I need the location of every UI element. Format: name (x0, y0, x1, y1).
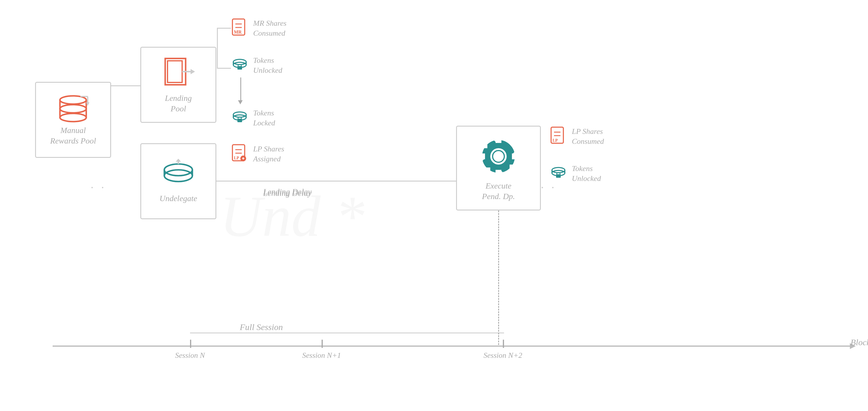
lending-to-events-h (217, 68, 231, 69)
lp-shares-assigned-icon: LP (231, 143, 248, 165)
svg-point-2 (60, 114, 86, 122)
svg-rect-28 (485, 167, 490, 174)
tokens-unlocked-top-icon (231, 57, 248, 74)
svg-rect-30 (481, 143, 487, 148)
dots-left: · · (91, 181, 106, 194)
token-ring-icon-1 (231, 57, 248, 73)
lending-pool-label: LendingPool (165, 93, 192, 114)
event-arrow-down (240, 77, 241, 101)
lending-pool-icon (159, 56, 197, 91)
manual-to-lending-connector (111, 85, 140, 86)
session-n-label: Session N (175, 351, 205, 360)
lending-pool-box: LendingPool (140, 47, 216, 123)
timeline-axis: Blocks (53, 346, 850, 347)
full-session-label: Full Session (240, 322, 283, 332)
event-tokens-locked-label: TokensLocked (253, 108, 275, 128)
execute-label: ExecutePend. Dp. (482, 181, 515, 202)
svg-marker-11 (191, 69, 195, 74)
manual-pool-box: ManualRewards Pool (35, 82, 111, 158)
session-n2-marker (503, 340, 504, 348)
event-tokens-unlocked-right-label: TokensUnlocked (572, 164, 601, 184)
svg-rect-61 (556, 174, 561, 178)
event-tokens-unlocked-right: TokensUnlocked (550, 164, 601, 184)
svg-text:LP: LP (553, 138, 558, 143)
session-n1-marker (321, 340, 323, 348)
tokens-unlocked-right-icon (550, 165, 567, 182)
lending-to-events-v (217, 28, 218, 69)
token-ring-icon-2 (231, 109, 248, 125)
execute-box: ExecutePend. Dp. (456, 126, 541, 211)
manual-pool-icon (56, 94, 91, 123)
lp-doc-icon: LP (231, 143, 248, 164)
session-n-marker (190, 340, 191, 348)
svg-rect-45 (238, 119, 242, 122)
tokens-locked-icon (231, 109, 248, 127)
manual-pool-label: ManualRewards Pool (50, 125, 96, 147)
to-mr-shares-h (217, 28, 231, 29)
svg-rect-26 (509, 165, 516, 170)
full-session-brace (190, 333, 504, 334)
event-tokens-unlocked-top-label: TokensUnlocked (253, 56, 282, 75)
lp-shares-consumed-icon: LP (550, 126, 567, 147)
svg-rect-40 (238, 66, 242, 70)
execute-icon (475, 134, 522, 178)
svg-text:MR: MR (234, 30, 242, 34)
event-mr-shares-label: MR SharesConsumed (253, 19, 286, 38)
undelegate-box: Undelegate (140, 143, 216, 219)
event-lp-shares-consumed-label: LP SharesConsumed (572, 127, 604, 147)
mr-shares-doc-icon: MR (231, 18, 248, 38)
event-arrow-head (238, 100, 243, 104)
svg-rect-9 (167, 61, 182, 83)
svg-point-1 (60, 105, 86, 113)
lp-doc-consumed-icon: LP (550, 126, 567, 146)
execute-timeline-connector (498, 211, 499, 345)
event-mr-shares: MR MR SharesConsumed (231, 18, 286, 39)
token-ring-icon-3 (550, 165, 567, 181)
lending-delay-text: Lending Delay (263, 189, 312, 198)
h-connector-main (216, 181, 456, 182)
diagram-container: Blocks Session N Session N+1 Session N+2… (0, 0, 868, 411)
svg-point-0 (60, 96, 86, 104)
mr-shares-icon: MR (231, 18, 248, 39)
session-n1-label: Session N+1 (302, 351, 341, 360)
undelegate-label: Undelegate (159, 193, 197, 204)
event-tokens-locked: TokensLocked (231, 108, 275, 128)
timeline-axis-label: Blocks (850, 337, 868, 347)
session-n2-label: Session N+2 (484, 351, 522, 360)
event-lp-shares-consumed: LP LP SharesConsumed (550, 126, 604, 147)
undelegate-icon (161, 159, 196, 191)
svg-text:LP: LP (234, 156, 239, 160)
svg-marker-17 (176, 159, 181, 162)
event-tokens-unlocked-top: TokensUnlocked (231, 56, 282, 75)
event-lp-shares-assigned: LP LP SharesAssigned (231, 143, 284, 165)
event-lp-shares-assigned-label: LP SharesAssigned (253, 144, 284, 164)
